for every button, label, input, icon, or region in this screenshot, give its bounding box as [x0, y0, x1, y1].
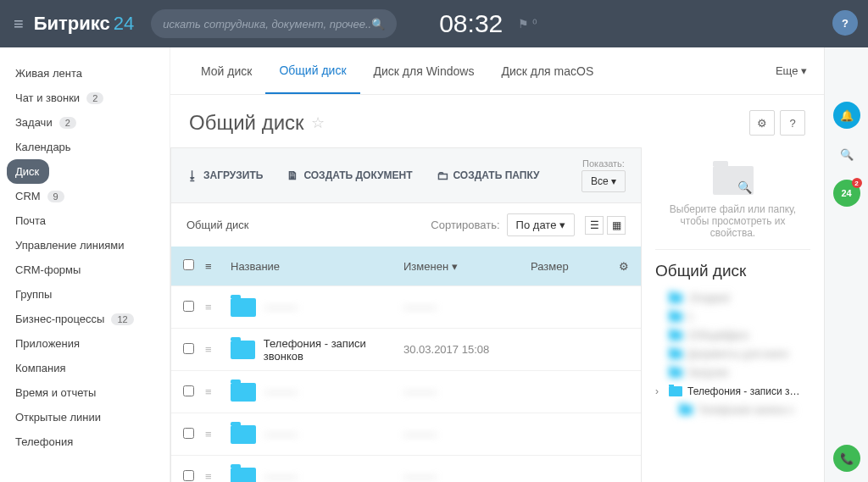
tree-item[interactable]: .Dropped	[655, 289, 810, 307]
sidebar-item-2[interactable]: Задачи2	[7, 110, 170, 135]
sidebar-item-9[interactable]: Группы	[7, 282, 170, 307]
create-document-button[interactable]: 🗎 СОЗДАТЬ ДОКУМЕНТ	[287, 169, 412, 182]
sidebar-item-11[interactable]: Приложения	[7, 331, 170, 356]
create-folder-button[interactable]: 🗀 СОЗДАТЬ ПАПКУ	[437, 169, 540, 182]
flag-indicator[interactable]: ⚑ ⁰	[518, 17, 537, 30]
sidebar-item-label: Чат и звонки	[15, 91, 80, 104]
phone-button[interactable]: 📞	[833, 445, 860, 472]
table-row[interactable]: ≡——————	[171, 285, 641, 328]
sidebar-item-14[interactable]: Открытые линии	[7, 405, 170, 429]
search-bar[interactable]: 🔍	[151, 9, 397, 38]
modified-header[interactable]: Изменен ▾	[403, 260, 531, 273]
sidebar-item-label: Компания	[15, 362, 66, 374]
drag-handle-icon[interactable]: ≡	[205, 470, 231, 482]
page-title: Общий диск	[189, 111, 304, 135]
file-name: Телефония - записи звонков	[264, 337, 403, 363]
folder-icon	[231, 425, 256, 444]
sidebar-item-8[interactable]: CRM-формы	[7, 258, 170, 282]
size-header[interactable]: Размер	[531, 260, 607, 273]
drag-handle-icon[interactable]: ≡	[205, 428, 231, 440]
list-view-button[interactable]: ☰	[585, 216, 604, 235]
table-row[interactable]: ≡——————	[171, 455, 641, 482]
search-icon[interactable]: 🔍	[371, 18, 385, 30]
logo[interactable]: Битрикс 24	[34, 13, 135, 35]
upload-button[interactable]: ⭳ ЗАГРУЗИТЬ	[186, 169, 263, 182]
tree-item[interactable]: 2ОбщийДиск	[655, 326, 810, 345]
page-help-button[interactable]: ?	[780, 110, 805, 136]
sidebar-item-15[interactable]: Телефония	[7, 429, 170, 454]
more-button[interactable]: Еще ▾	[776, 64, 807, 77]
notifications-button[interactable]: 🔔	[833, 102, 860, 129]
help-button[interactable]: ?	[832, 10, 858, 36]
sidebar-item-0[interactable]: Живая лента	[7, 61, 170, 86]
tab-1[interactable]: Общий диск	[265, 48, 359, 94]
sidebar-item-1[interactable]: Чат и звонки2	[7, 86, 170, 110]
chevron-down-icon: ▾	[559, 219, 565, 231]
sidebar-item-label: Живая лента	[15, 67, 82, 80]
sidebar-item-label: Задачи	[15, 116, 53, 129]
sidebar-item-7[interactable]: Управление линиями	[7, 233, 170, 258]
row-checkbox[interactable]	[183, 428, 194, 439]
sidebar-item-5[interactable]: CRM9	[7, 184, 170, 208]
breadcrumb[interactable]: Общий диск	[186, 219, 248, 231]
row-checkbox[interactable]	[183, 385, 194, 396]
select-all-checkbox[interactable]	[183, 259, 194, 270]
sidebar-badge: 12	[111, 313, 133, 325]
folder-icon	[669, 330, 682, 341]
table-row[interactable]: ≡Телефония - записи звонков30.03.2017 15…	[171, 328, 641, 370]
grid-view-button[interactable]: ▦	[607, 216, 626, 235]
tab-3[interactable]: Диск для macOS	[487, 49, 607, 93]
sidebar-item-4[interactable]: Диск	[7, 159, 49, 184]
sort-select[interactable]: По дате ▾	[507, 213, 575, 236]
logo-main: Битрикс	[34, 13, 110, 35]
drag-handle-icon[interactable]: ≡	[205, 343, 231, 356]
bitrix24-button[interactable]: 24 2	[833, 180, 860, 207]
row-checkbox[interactable]	[183, 301, 194, 312]
chevron-down-icon: ▾	[801, 64, 807, 77]
create-folder-label: СОЗДАТЬ ПАПКУ	[453, 169, 540, 181]
drag-handle-icon[interactable]: ≡	[205, 301, 231, 313]
tab-0[interactable]: Мой диск	[187, 49, 265, 93]
sidebar-item-3[interactable]: Календарь	[7, 135, 170, 159]
tree-item[interactable]: 1	[655, 307, 810, 326]
settings-button[interactable]: ⚙	[749, 110, 775, 136]
tree-item[interactable]: ›Телефония - записи з…	[655, 382, 810, 401]
modified-date: ———	[403, 428, 531, 440]
tree-item[interactable]: Документы для книги	[655, 345, 810, 363]
drag-handle-icon[interactable]: ≡	[205, 385, 231, 398]
row-checkbox[interactable]	[183, 343, 194, 354]
table-header: ≡ Название Изменен ▾ Размер ⚙	[171, 247, 641, 285]
folder-icon	[669, 386, 682, 396]
sidebar-item-label: CRM-формы	[15, 263, 81, 276]
star-icon[interactable]: ☆	[311, 114, 325, 132]
show-select[interactable]: Все ▾	[581, 170, 626, 192]
name-header[interactable]: Название	[231, 260, 403, 273]
tree-item[interactable]: Телефония записи з	[655, 401, 810, 419]
sidebar-item-12[interactable]: Компания	[7, 356, 170, 380]
menu-icon[interactable]: ≡	[14, 14, 24, 34]
search-input[interactable]	[163, 18, 371, 30]
tree-item[interactable]: Загрузки	[655, 363, 810, 382]
sidebar-item-13[interactable]: Время и отчеты	[7, 380, 170, 405]
table-row[interactable]: ≡——————	[171, 370, 641, 413]
modified-date: ———	[403, 385, 531, 398]
view-toggles: ☰ ▦	[585, 216, 626, 235]
folder-icon	[669, 368, 682, 378]
sidebar-item-6[interactable]: Почта	[7, 208, 170, 233]
table-row[interactable]: ≡——————	[171, 413, 641, 455]
folder-icon	[669, 312, 682, 322]
tree-item-label: Загрузки	[687, 367, 728, 379]
header: ≡ Битрикс 24 🔍 08:32 ⚑ ⁰	[0, 0, 868, 47]
tab-2[interactable]: Диск для Windows	[360, 49, 488, 93]
sort-row: Общий диск Сортировать: По дате ▾ ☰ ▦	[170, 203, 642, 247]
row-checkbox[interactable]	[183, 470, 194, 481]
sidebar-item-10[interactable]: Бизнес-процессы12	[7, 307, 170, 331]
rail-search-button[interactable]: 🔍	[833, 141, 860, 168]
upload-label: ЗАГРУЗИТЬ	[203, 169, 263, 181]
folder-tree: .Dropped12ОбщийДискДокументы для книгиЗа…	[655, 289, 810, 419]
right-rail: 🔔 🔍 24 2 📞	[824, 47, 868, 482]
modified-date: ———	[403, 470, 531, 482]
sidebar-item-label: Бизнес-процессы	[15, 313, 104, 325]
folder-icon	[679, 405, 693, 415]
gear-header[interactable]: ⚙	[607, 260, 641, 273]
